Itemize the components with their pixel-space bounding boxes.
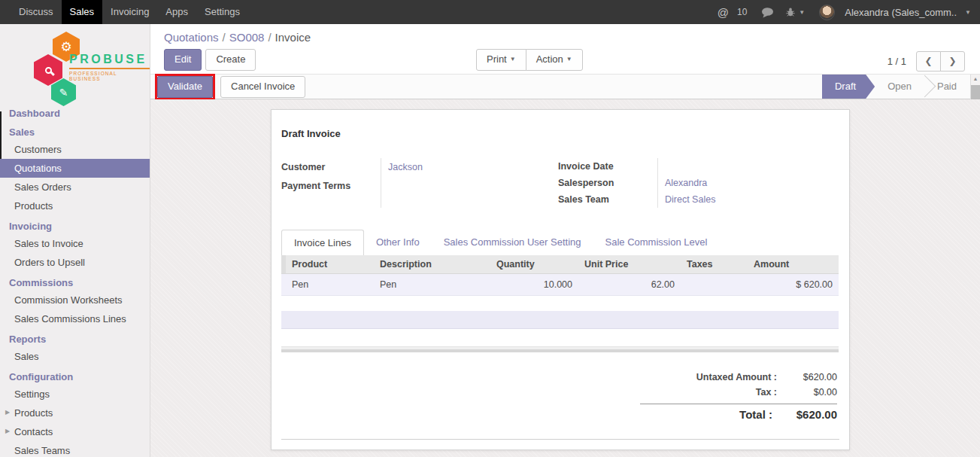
main-area: Quotations/SO008/Invoice Edit Create Pri…	[150, 24, 980, 457]
sidebar-heading-commissions[interactable]: Commissions	[0, 272, 150, 291]
sales-team-value-link[interactable]: Direct Sales	[665, 191, 838, 208]
chevron-right-icon: ▶	[5, 409, 10, 416]
scroll-up-arrow-icon[interactable]: ▲	[971, 75, 980, 84]
cancel-invoice-button[interactable]: Cancel Invoice	[220, 76, 305, 98]
status-state-draft[interactable]: Draft	[822, 75, 875, 99]
top-menu: Discuss Sales Invoicing Apps Settings	[0, 0, 248, 24]
sidebar-item-sales-commissions-lines[interactable]: Sales Commissions Lines	[0, 309, 150, 328]
sidebar-item-products[interactable]: Products	[0, 197, 150, 215]
form-view-background: Draft Invoice Customer Payment Terms Jac…	[150, 99, 980, 457]
mentions-at-icon[interactable]: @	[718, 6, 729, 19]
column-header-amount[interactable]: Amount	[748, 255, 839, 274]
sidebar-heading-reports[interactable]: Reports	[0, 328, 150, 347]
cell-taxes[interactable]	[681, 274, 748, 296]
caret-down-icon: ▼	[510, 56, 516, 62]
cell-product[interactable]: Pen	[286, 274, 374, 296]
salesperson-value-link[interactable]: Alexandra	[665, 175, 838, 191]
column-header-taxes[interactable]: Taxes	[681, 255, 748, 274]
caret-down-icon: ▼	[799, 9, 805, 16]
breadcrumb-so008[interactable]: SO008	[229, 31, 265, 44]
breadcrumb-separator: /	[264, 31, 275, 44]
user-menu[interactable]: Alexandra (Sales_comm..	[845, 7, 957, 18]
sidebar-item-orders-to-upsell[interactable]: Orders to Upsell	[0, 253, 150, 272]
bug-icon[interactable]: ▼	[785, 7, 805, 17]
tab-other-info[interactable]: Other Info	[364, 230, 432, 255]
column-header-unit-price[interactable]: Unit Price	[578, 255, 681, 274]
nav-item-invoicing[interactable]: Invoicing	[102, 0, 157, 24]
invoice-date-label: Invoice Date	[558, 158, 657, 175]
sidebar-heading-dashboard[interactable]: Dashboard	[0, 102, 150, 121]
notebook-tabs: Invoice Lines Other Info Sales Commissio…	[281, 230, 838, 255]
sidebar-item-config-contacts[interactable]: ▶Contacts	[0, 422, 150, 441]
sidebar-heading-configuration[interactable]: Configuration	[0, 366, 150, 385]
logo-text: PROBUSE PROFESSIONAL BUSINESS	[69, 53, 150, 81]
sidebar-item-quotations[interactable]: Quotations	[0, 159, 150, 178]
breadcrumb-separator: /	[219, 31, 229, 44]
sidebar-item-sales-teams[interactable]: Sales Teams	[0, 441, 150, 457]
nav-item-discuss[interactable]: Discuss	[11, 0, 62, 24]
nav-item-settings[interactable]: Settings	[196, 0, 248, 24]
sidebar-item-label: Contacts	[14, 426, 53, 437]
sidebar-item-label: Products	[14, 407, 53, 419]
action-label: Action	[536, 53, 563, 65]
validate-button[interactable]: Validate	[157, 76, 213, 98]
edit-button[interactable]: Edit	[164, 49, 202, 71]
horizontal-scrollbar[interactable]	[281, 346, 839, 352]
tax-label: Tax :	[756, 385, 777, 400]
total-label: Total :	[739, 407, 772, 422]
caret-down-icon: ▼	[566, 56, 572, 62]
print-dropdown-button[interactable]: Print▼	[476, 49, 526, 71]
totals-divider	[640, 404, 837, 404]
tab-invoice-lines[interactable]: Invoice Lines	[281, 230, 364, 255]
logo-subtitle: PROFESSIONAL BUSINESS	[69, 68, 150, 81]
sidebar-item-reports-sales[interactable]: Sales	[0, 347, 150, 366]
logo-tools-hexagon-icon: ✎	[51, 78, 76, 106]
nav-item-sales[interactable]: Sales	[62, 0, 103, 24]
cell-description[interactable]: Pen	[374, 274, 490, 296]
nav-item-apps[interactable]: Apps	[157, 0, 196, 24]
breadcrumb-current: Invoice	[275, 31, 311, 44]
untaxed-amount-label: Untaxed Amount :	[696, 370, 777, 385]
invoice-date-value[interactable]	[665, 158, 838, 175]
invoice-title: Draft Invoice	[281, 128, 341, 139]
sidebar-item-commission-worksheets[interactable]: Commission Worksheets	[0, 291, 150, 309]
pager-previous-button[interactable]: ❮	[916, 51, 941, 72]
breadcrumb-quotations[interactable]: Quotations	[164, 31, 219, 44]
sales-team-label: Sales Team	[558, 191, 657, 208]
sidebar-heading-invoicing[interactable]: Invoicing	[0, 215, 150, 234]
create-button[interactable]: Create	[205, 49, 256, 71]
sidebar-item-config-products[interactable]: ▶Products	[0, 404, 150, 422]
customer-value-link[interactable]: Jackson	[388, 158, 558, 177]
status-pipeline: Draft Open Paid	[822, 75, 969, 99]
tab-sales-commission-user-setting[interactable]: Sales Commission User Setting	[432, 230, 593, 255]
user-avatar[interactable]	[819, 5, 835, 20]
top-navbar: Discuss Sales Invoicing Apps Settings @ …	[0, 0, 980, 24]
status-state-paid[interactable]: Paid	[924, 75, 969, 99]
payment-terms-value[interactable]	[388, 177, 558, 196]
status-state-open[interactable]: Open	[875, 75, 924, 99]
sheet-footer-divider	[281, 439, 839, 440]
column-header-quantity[interactable]: Quantity	[490, 255, 578, 274]
cell-unit-price[interactable]: 62.00	[578, 274, 681, 296]
column-header-product[interactable]: Product	[286, 255, 374, 274]
mention-count[interactable]: 10	[737, 7, 747, 17]
cell-amount[interactable]: $ 620.00	[748, 274, 839, 296]
sidebar-item-sales-to-invoice[interactable]: Sales to Invoice	[0, 234, 150, 253]
cell-quantity[interactable]: 10.000	[490, 274, 578, 296]
messages-icon[interactable]	[761, 7, 774, 18]
caret-down-icon: ▼	[965, 9, 971, 16]
empty-line-strip[interactable]	[281, 311, 839, 329]
probuse-logo[interactable]: ⚙ ✎ PROBUSE PROFESSIONAL BUSINESS	[0, 30, 150, 102]
logo-title: PROBUSE	[69, 53, 150, 66]
table-row[interactable]: Pen Pen 10.000 62.00 $ 620.00	[281, 274, 839, 296]
sidebar-item-customers[interactable]: Customers	[0, 140, 150, 159]
sidebar-item-settings[interactable]: Settings	[0, 385, 150, 404]
chevron-right-icon: ▶	[5, 428, 10, 434]
tab-sale-commission-level[interactable]: Sale Commission Level	[593, 230, 720, 255]
totals-block: Untaxed Amount : $620.00 Tax : $0.00 Tot…	[640, 370, 837, 422]
sidebar-heading-sales[interactable]: Sales	[0, 121, 150, 140]
action-dropdown-button[interactable]: Action▼	[526, 49, 583, 71]
column-header-description[interactable]: Description	[374, 255, 490, 274]
sidebar-item-sales-orders[interactable]: Sales Orders	[0, 178, 150, 197]
pager-next-button[interactable]: ❯	[940, 51, 965, 72]
